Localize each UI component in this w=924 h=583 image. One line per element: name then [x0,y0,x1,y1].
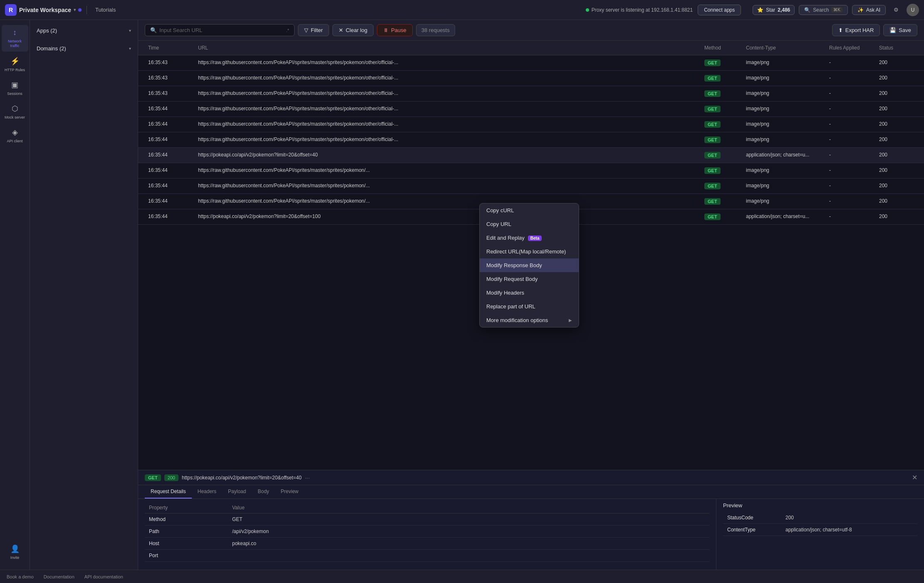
cell-url: https://raw.githubusercontent.com/PokeAP… [195,55,701,70]
clear-log-button[interactable]: ✕ Clear log [332,24,374,36]
cell-rules: - [826,102,876,117]
left-panel: Apps (2) ▾ Domains (2) ▾ [30,20,138,570]
header-method: Method [701,41,743,55]
github-star-button[interactable]: ⭐ Star 2,486 [753,5,795,15]
cell-method: GET [701,209,743,224]
sidebar-item-http-rules[interactable]: ⚡ HTTP Rules [2,53,28,75]
property-name: Host [145,538,228,550]
cell-method: GET [701,148,743,163]
connect-apps-button[interactable]: Connect apps [698,5,741,15]
panel-tabs: Request Details Headers Payload Body Pre… [138,485,924,499]
cell-time: 16:35:44 [145,117,195,132]
cell-time: 16:35:44 [145,132,195,147]
search-url-icon: 🔍 [150,27,157,33]
api-documentation-link[interactable]: API documentation [84,574,123,579]
search-label: Search [813,7,829,13]
cell-content-type: image/png [743,179,826,194]
invite-label: Invite [10,556,20,560]
table-row[interactable]: 16:35:44 https://raw.githubusercontent.c… [138,132,924,148]
cell-content-type: image/png [743,86,826,101]
preview-row: ContentTypeapplication/json; charset=utf… [723,524,917,536]
context-menu-copy-curl[interactable]: Copy cURL [480,203,579,217]
context-menu-modify-request[interactable]: Modify Request Body [480,272,579,286]
tab-payload[interactable]: Payload [222,485,252,499]
save-icon: 💾 [889,27,896,33]
sidebar-item-api-client[interactable]: ◈ API client [2,124,28,146]
context-menu-redirect-url[interactable]: Redirect URL(Map local/Remote) [480,245,579,258]
context-menu-edit-replay[interactable]: Edit and ReplayBeta [480,231,579,245]
domains-header-label: Domains (2) [37,45,66,52]
pause-button[interactable]: ⏸ Pause [377,24,413,36]
table-row[interactable]: 16:35:44 https://raw.githubusercontent.c… [138,163,924,179]
panel-more-button[interactable]: ··· [303,474,312,481]
sidebar-item-mock-server[interactable]: ⬡ Mock server [2,101,28,123]
col-property: Property [145,502,228,514]
save-button[interactable]: 💾 Save [883,24,917,36]
workspace-chevron-icon[interactable]: ▾ [74,7,76,12]
property-value: GET [228,514,709,526]
preview-row: StatusCode200 [723,512,917,524]
close-panel-button[interactable]: ✕ [912,474,917,481]
table-row[interactable]: 16:35:44 https://pokeapi.co/api/v2/pokem… [138,148,924,163]
search-url-placeholder: Input Search URL [159,27,202,33]
panel-left: Property Value MethodGETPath/api/v2/poke… [138,499,716,570]
sidebar-item-sessions[interactable]: ▣ Sessions [2,77,28,99]
tab-body[interactable]: Body [252,485,275,499]
github-icon: ⭐ [757,7,763,13]
book-demo-link[interactable]: Book a demo [7,574,34,579]
table-row[interactable]: 16:35:43 https://raw.githubusercontent.c… [138,86,924,102]
cell-rules: - [826,132,876,147]
preview-prop-name: ContentType [723,524,781,536]
cell-method: GET [701,194,743,209]
filter-button[interactable]: ▽ Filter [298,24,329,36]
header-status: Status [876,41,917,55]
table-row[interactable]: 16:35:44 https://raw.githubusercontent.c… [138,117,924,132]
tutorials-button[interactable]: Tutorials [92,5,119,15]
proxy-status-dot [586,8,589,12]
beta-badge: Beta [528,236,542,241]
footer: Book a demo Documentation API documentat… [0,570,924,583]
domains-section-header[interactable]: Domains (2) ▾ [33,43,134,54]
export-har-button[interactable]: ⬆ Export HAR [832,24,880,36]
table-row[interactable]: 16:35:44 https://raw.githubusercontent.c… [138,179,924,194]
topbar: R Private Workspace ▾ Tutorials Proxy se… [0,0,924,20]
context-menu-replace-url[interactable]: Replace part of URL [480,300,579,313]
documentation-link[interactable]: Documentation [44,574,74,579]
context-menu-item-label: Edit and ReplayBeta [486,235,542,241]
cell-status: 200 [876,209,917,224]
sidebar-item-sessions-label: Sessions [7,92,22,96]
search-button[interactable]: 🔍 Search ⌘K [799,5,848,15]
cell-url: https://raw.githubusercontent.com/PokeAP… [195,179,701,194]
search-url-input[interactable]: 🔍 Input Search URL .* [145,24,295,36]
ask-ai-button[interactable]: ✨ Ask AI [852,5,886,15]
proxy-status: Proxy server is listening at 192.168.1.4… [586,7,693,13]
workspace-logo[interactable]: R Private Workspace ▾ [5,4,82,16]
save-label: Save [899,27,911,33]
cell-content-type: image/png [743,194,826,209]
cell-url: https://raw.githubusercontent.com/PokeAP… [195,132,701,147]
tab-request-details[interactable]: Request Details [145,485,192,499]
sidebar-item-network-traffic[interactable]: ↕ Network traffic [2,25,28,52]
context-menu-modify-response[interactable]: Modify Response Body [480,258,579,272]
settings-button[interactable]: ⚙ [890,4,902,16]
user-avatar[interactable]: U [907,4,919,16]
context-menu-modify-headers[interactable]: Modify Headers [480,286,579,300]
cell-status: 200 [876,132,917,147]
cell-time: 16:35:44 [145,102,195,117]
tab-preview[interactable]: Preview [275,485,305,499]
cell-rules: - [826,148,876,163]
bottom-panel-header: GET 200 https://pokeapi.co/api/v2/pokemo… [138,470,924,485]
table-row[interactable]: 16:35:43 https://raw.githubusercontent.c… [138,71,924,86]
workspace-name: Private Workspace [19,7,71,13]
apps-section-header[interactable]: Apps (2) ▾ [33,25,134,36]
sidebar-item-invite[interactable]: 👤 Invite [2,541,28,565]
cell-method: GET [701,55,743,70]
sidebar: ↕ Network traffic ⚡ HTTP Rules ▣ Session… [0,20,30,570]
context-menu-copy-url[interactable]: Copy URL [480,217,579,231]
table-row[interactable]: 16:35:44 https://raw.githubusercontent.c… [138,102,924,117]
sidebar-item-network-label: Network traffic [3,39,27,48]
tab-headers[interactable]: Headers [192,485,222,499]
mock-server-icon: ⬡ [12,104,18,113]
table-row[interactable]: 16:35:43 https://raw.githubusercontent.c… [138,55,924,71]
context-menu-more-options[interactable]: More modification options▶ [480,313,579,327]
